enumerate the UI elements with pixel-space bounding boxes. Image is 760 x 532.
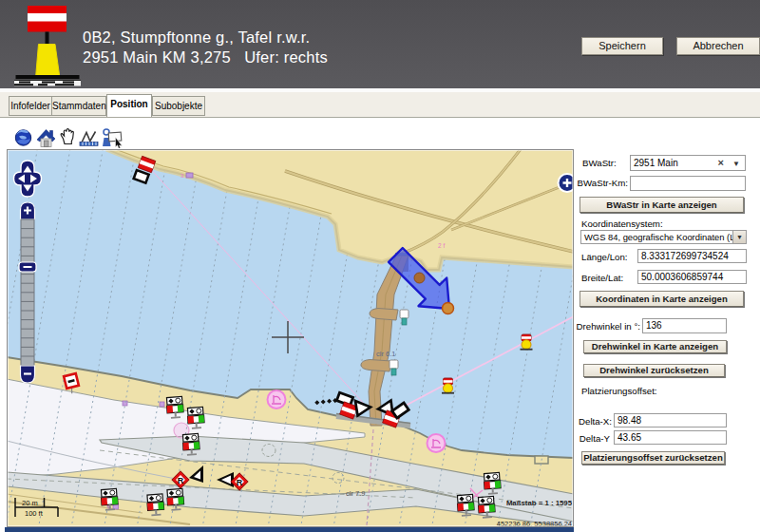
svg-text:R: R — [237, 478, 243, 487]
svg-text:R: R — [178, 476, 184, 485]
svg-text:clr 6.1: clr 6.1 — [376, 350, 395, 358]
svg-text:clr 7.9: clr 7.9 — [346, 489, 365, 498]
svg-text:Maßstab = 1 : 1595: Maßstab = 1 : 1595 — [506, 499, 573, 507]
svg-text:20 m: 20 m — [22, 499, 38, 507]
svg-text:100 ft: 100 ft — [25, 509, 44, 518]
svg-text:2 f: 2 f — [438, 242, 445, 249]
